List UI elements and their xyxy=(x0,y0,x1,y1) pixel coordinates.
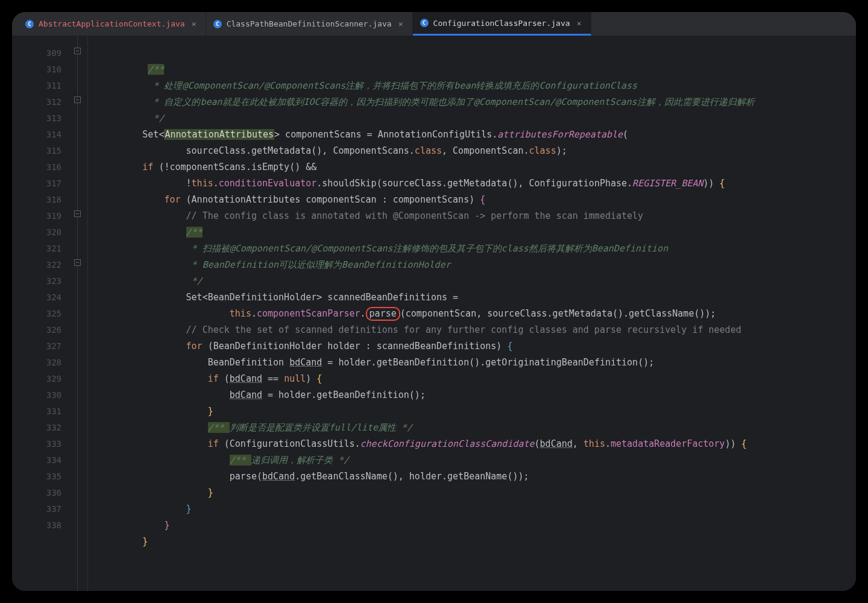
code-line: this.componentScanParser.parse(component… xyxy=(88,307,716,321)
tab-bar: C AbstractApplicationContext.java × C Cl… xyxy=(12,12,856,36)
code-line: */ xyxy=(88,276,203,286)
code-line: Set<BeanDefinitionHolder> scannedBeanDef… xyxy=(88,292,458,303)
line-number: 309 xyxy=(12,45,61,62)
tab-label: ConfigurationClassParser.java xyxy=(433,19,570,28)
code-editor[interactable]: 309 310 311 312 313 314 315 316 317 318 … xyxy=(12,36,856,591)
line-number: 315 xyxy=(12,143,61,159)
class-icon: C xyxy=(420,19,429,27)
code-line: if (ConfigurationClassUtils.checkConfigu… xyxy=(88,438,747,449)
code-line: parse(bdCand.getBeanClassName(), holder.… xyxy=(88,471,529,482)
line-number: 337 xyxy=(12,501,61,517)
code-line: } xyxy=(88,487,213,498)
tab-classpath-bean-definition-scanner[interactable]: C ClassPathBeanDefinitionScanner.java × xyxy=(206,12,413,36)
code-line: if (bdCand == null) { xyxy=(88,373,322,384)
class-icon: C xyxy=(25,20,34,28)
close-icon[interactable]: × xyxy=(575,19,583,27)
code-line: if (!componentScans.isEmpty() && xyxy=(88,162,316,172)
code-line: // The config class is annotated with @C… xyxy=(88,210,643,221)
fold-marker-icon[interactable]: − xyxy=(74,96,81,103)
line-number: 313 xyxy=(12,110,61,127)
tab-label: AbstractApplicationContext.java xyxy=(39,19,185,28)
close-icon[interactable]: × xyxy=(397,20,405,28)
code-content[interactable]: /** * 处理@ComponentScan/@ComponentScans注解… xyxy=(88,36,856,591)
code-line: // Check the set of scanned definitions … xyxy=(88,324,741,335)
line-number: 321 xyxy=(12,241,61,257)
line-number: 327 xyxy=(12,338,61,355)
fold-marker-icon[interactable]: − xyxy=(74,210,81,217)
line-number: 312 xyxy=(12,94,61,110)
code-line: } xyxy=(88,520,169,531)
line-number: 317 xyxy=(12,175,61,192)
highlighted-parse-call: parse xyxy=(366,307,400,321)
line-number-gutter: 309 310 311 312 313 314 315 316 317 318 … xyxy=(12,36,72,591)
code-line: sourceClass.getMetadata(), ComponentScan… xyxy=(88,145,567,156)
line-number: 331 xyxy=(12,403,61,420)
code-line: !this.conditionEvaluator.shouldSkip(sour… xyxy=(88,178,725,189)
line-number: 332 xyxy=(12,420,61,436)
code-line: } xyxy=(88,536,148,547)
fold-marker-icon[interactable]: − xyxy=(74,48,81,54)
code-line: for (BeanDefinitionHolder holder : scann… xyxy=(88,341,512,352)
editor-window: C AbstractApplicationContext.java × C Cl… xyxy=(12,12,856,591)
code-line: /** 递归调用，解析子类 */ xyxy=(88,455,349,466)
line-number: 322 xyxy=(12,257,61,273)
line-number: 316 xyxy=(12,159,61,175)
code-line: for (AnnotationAttributes componentScan … xyxy=(88,194,485,205)
line-number: 311 xyxy=(12,78,61,94)
code-line: Set<AnnotationAttributes> componentScans… xyxy=(88,129,628,140)
code-line: * 处理@ComponentScan/@ComponentScans注解，并将扫… xyxy=(88,80,637,91)
line-number: 328 xyxy=(12,355,61,371)
line-number: 338 xyxy=(12,517,61,534)
line-number: 329 xyxy=(12,371,61,387)
code-line: /** xyxy=(88,227,203,238)
tab-abstract-application-context[interactable]: C AbstractApplicationContext.java × xyxy=(18,12,206,36)
code-line: bdCand = holder.getBeanDefinition(); xyxy=(88,390,426,400)
line-number: 318 xyxy=(12,192,61,208)
code-line: } xyxy=(88,504,192,514)
line-number: 334 xyxy=(12,452,61,469)
code-line: /** 判断是否是配置类并设置full/lite属性 */ xyxy=(88,422,412,433)
code-line: * 自定义的bean就是在此处被加载到IOC容器的，因为扫描到的类可能也添加了@… xyxy=(88,96,755,107)
code-line: } xyxy=(88,406,213,417)
line-number: 326 xyxy=(12,322,61,338)
tab-label: ClassPathBeanDefinitionScanner.java xyxy=(227,19,392,28)
line-number: 333 xyxy=(12,436,61,452)
line-number: 325 xyxy=(12,306,61,322)
line-number: 319 xyxy=(12,208,61,224)
code-line: /** xyxy=(88,64,164,75)
fold-column: − − − − xyxy=(72,36,88,591)
line-number: 310 xyxy=(12,62,61,78)
code-line: */ xyxy=(88,113,164,124)
line-number: 323 xyxy=(12,273,61,289)
close-icon[interactable]: × xyxy=(190,20,198,28)
class-icon: C xyxy=(213,20,222,28)
code-line: * 扫描被@ComponentScan/@ComponentScans注解修饰的… xyxy=(88,243,668,254)
fold-marker-icon[interactable]: − xyxy=(74,259,81,266)
line-number: 336 xyxy=(12,485,61,501)
code-line: * BeanDefinition可以近似理解为BeanDefinitionHol… xyxy=(88,259,451,270)
line-number: 320 xyxy=(12,224,61,241)
tab-configuration-class-parser[interactable]: C ConfigurationClassParser.java × xyxy=(413,12,591,36)
line-number: 324 xyxy=(12,289,61,306)
line-number: 330 xyxy=(12,387,61,403)
line-number: 335 xyxy=(12,469,61,485)
code-line: BeanDefinition bdCand = holder.getBeanDe… xyxy=(88,357,654,368)
line-number: 314 xyxy=(12,127,61,143)
